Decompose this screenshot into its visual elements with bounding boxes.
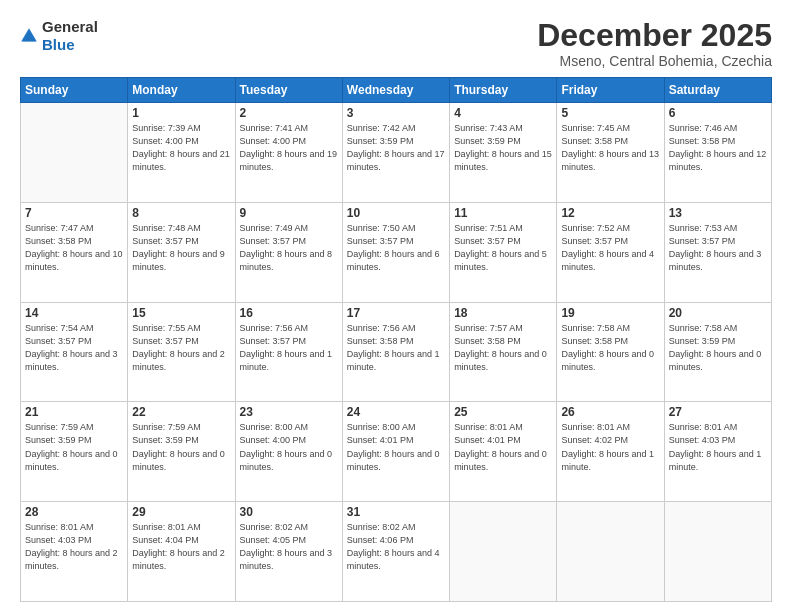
calendar-cell: 30Sunrise: 8:02 AMSunset: 4:05 PMDayligh… — [235, 502, 342, 602]
daylight-text: Daylight: 8 hours and 4 minutes. — [561, 248, 659, 274]
sunrise-text: Sunrise: 7:51 AM — [454, 222, 552, 235]
day-number: 21 — [25, 405, 123, 419]
sunset-text: Sunset: 4:02 PM — [561, 434, 659, 447]
daylight-text: Daylight: 8 hours and 1 minute. — [240, 348, 338, 374]
day-info: Sunrise: 7:56 AMSunset: 3:57 PMDaylight:… — [240, 322, 338, 374]
page: General Blue December 2025 Mseno, Centra… — [0, 0, 792, 612]
daylight-text: Daylight: 8 hours and 0 minutes. — [240, 448, 338, 474]
sunrise-text: Sunrise: 7:56 AM — [347, 322, 445, 335]
day-info: Sunrise: 7:42 AMSunset: 3:59 PMDaylight:… — [347, 122, 445, 174]
calendar-cell: 12Sunrise: 7:52 AMSunset: 3:57 PMDayligh… — [557, 202, 664, 302]
sunrise-text: Sunrise: 7:50 AM — [347, 222, 445, 235]
sunrise-text: Sunrise: 8:02 AM — [347, 521, 445, 534]
calendar-cell: 19Sunrise: 7:58 AMSunset: 3:58 PMDayligh… — [557, 302, 664, 402]
daylight-text: Daylight: 8 hours and 0 minutes. — [347, 448, 445, 474]
day-info: Sunrise: 8:00 AMSunset: 4:01 PMDaylight:… — [347, 421, 445, 473]
calendar-cell: 15Sunrise: 7:55 AMSunset: 3:57 PMDayligh… — [128, 302, 235, 402]
day-info: Sunrise: 7:45 AMSunset: 3:58 PMDaylight:… — [561, 122, 659, 174]
sunrise-text: Sunrise: 7:45 AM — [561, 122, 659, 135]
day-info: Sunrise: 7:52 AMSunset: 3:57 PMDaylight:… — [561, 222, 659, 274]
month-title: December 2025 — [537, 18, 772, 53]
calendar-cell: 20Sunrise: 7:58 AMSunset: 3:59 PMDayligh… — [664, 302, 771, 402]
day-number: 17 — [347, 306, 445, 320]
day-info: Sunrise: 7:46 AMSunset: 3:58 PMDaylight:… — [669, 122, 767, 174]
calendar-cell — [450, 502, 557, 602]
calendar-header: Sunday Monday Tuesday Wednesday Thursday… — [21, 78, 772, 103]
calendar-cell: 13Sunrise: 7:53 AMSunset: 3:57 PMDayligh… — [664, 202, 771, 302]
day-number: 3 — [347, 106, 445, 120]
logo-icon — [20, 27, 38, 45]
day-number: 29 — [132, 505, 230, 519]
day-number: 9 — [240, 206, 338, 220]
day-info: Sunrise: 8:01 AMSunset: 4:02 PMDaylight:… — [561, 421, 659, 473]
sunset-text: Sunset: 3:57 PM — [132, 335, 230, 348]
sunset-text: Sunset: 4:01 PM — [347, 434, 445, 447]
daylight-text: Daylight: 8 hours and 0 minutes. — [454, 448, 552, 474]
day-number: 5 — [561, 106, 659, 120]
day-info: Sunrise: 7:55 AMSunset: 3:57 PMDaylight:… — [132, 322, 230, 374]
sunset-text: Sunset: 3:58 PM — [669, 135, 767, 148]
day-info: Sunrise: 7:58 AMSunset: 3:58 PMDaylight:… — [561, 322, 659, 374]
calendar-week-3: 14Sunrise: 7:54 AMSunset: 3:57 PMDayligh… — [21, 302, 772, 402]
calendar-cell: 31Sunrise: 8:02 AMSunset: 4:06 PMDayligh… — [342, 502, 449, 602]
sunset-text: Sunset: 3:57 PM — [240, 335, 338, 348]
daylight-text: Daylight: 8 hours and 15 minutes. — [454, 148, 552, 174]
calendar-cell: 4Sunrise: 7:43 AMSunset: 3:59 PMDaylight… — [450, 103, 557, 203]
sunset-text: Sunset: 4:00 PM — [240, 434, 338, 447]
daylight-text: Daylight: 8 hours and 2 minutes. — [132, 547, 230, 573]
sunset-text: Sunset: 4:03 PM — [669, 434, 767, 447]
calendar-cell: 9Sunrise: 7:49 AMSunset: 3:57 PMDaylight… — [235, 202, 342, 302]
day-info: Sunrise: 8:01 AMSunset: 4:01 PMDaylight:… — [454, 421, 552, 473]
calendar-cell: 25Sunrise: 8:01 AMSunset: 4:01 PMDayligh… — [450, 402, 557, 502]
calendar-cell: 14Sunrise: 7:54 AMSunset: 3:57 PMDayligh… — [21, 302, 128, 402]
sunset-text: Sunset: 4:01 PM — [454, 434, 552, 447]
day-number: 18 — [454, 306, 552, 320]
calendar-cell: 27Sunrise: 8:01 AMSunset: 4:03 PMDayligh… — [664, 402, 771, 502]
day-number: 26 — [561, 405, 659, 419]
sunset-text: Sunset: 3:57 PM — [561, 235, 659, 248]
day-number: 24 — [347, 405, 445, 419]
sunrise-text: Sunrise: 7:52 AM — [561, 222, 659, 235]
calendar-cell: 29Sunrise: 8:01 AMSunset: 4:04 PMDayligh… — [128, 502, 235, 602]
day-number: 19 — [561, 306, 659, 320]
sunrise-text: Sunrise: 7:42 AM — [347, 122, 445, 135]
weekday-friday: Friday — [557, 78, 664, 103]
daylight-text: Daylight: 8 hours and 0 minutes. — [454, 348, 552, 374]
day-info: Sunrise: 7:47 AMSunset: 3:58 PMDaylight:… — [25, 222, 123, 274]
sunset-text: Sunset: 4:00 PM — [240, 135, 338, 148]
calendar-week-4: 21Sunrise: 7:59 AMSunset: 3:59 PMDayligh… — [21, 402, 772, 502]
sunset-text: Sunset: 3:58 PM — [454, 335, 552, 348]
calendar-cell: 23Sunrise: 8:00 AMSunset: 4:00 PMDayligh… — [235, 402, 342, 502]
sunrise-text: Sunrise: 8:01 AM — [561, 421, 659, 434]
day-info: Sunrise: 7:51 AMSunset: 3:57 PMDaylight:… — [454, 222, 552, 274]
sunrise-text: Sunrise: 7:46 AM — [669, 122, 767, 135]
calendar-cell: 18Sunrise: 7:57 AMSunset: 3:58 PMDayligh… — [450, 302, 557, 402]
day-number: 27 — [669, 405, 767, 419]
calendar-cell: 11Sunrise: 7:51 AMSunset: 3:57 PMDayligh… — [450, 202, 557, 302]
sunrise-text: Sunrise: 7:54 AM — [25, 322, 123, 335]
daylight-text: Daylight: 8 hours and 0 minutes. — [132, 448, 230, 474]
daylight-text: Daylight: 8 hours and 21 minutes. — [132, 148, 230, 174]
calendar-cell: 21Sunrise: 7:59 AMSunset: 3:59 PMDayligh… — [21, 402, 128, 502]
weekday-sunday: Sunday — [21, 78, 128, 103]
calendar-cell: 22Sunrise: 7:59 AMSunset: 3:59 PMDayligh… — [128, 402, 235, 502]
day-number: 13 — [669, 206, 767, 220]
calendar-cell: 26Sunrise: 8:01 AMSunset: 4:02 PMDayligh… — [557, 402, 664, 502]
calendar-cell: 24Sunrise: 8:00 AMSunset: 4:01 PMDayligh… — [342, 402, 449, 502]
daylight-text: Daylight: 8 hours and 6 minutes. — [347, 248, 445, 274]
sunrise-text: Sunrise: 8:01 AM — [25, 521, 123, 534]
location: Mseno, Central Bohemia, Czechia — [537, 53, 772, 69]
sunset-text: Sunset: 4:03 PM — [25, 534, 123, 547]
day-info: Sunrise: 7:54 AMSunset: 3:57 PMDaylight:… — [25, 322, 123, 374]
calendar-cell — [664, 502, 771, 602]
sunrise-text: Sunrise: 7:59 AM — [25, 421, 123, 434]
weekday-monday: Monday — [128, 78, 235, 103]
calendar-week-2: 7Sunrise: 7:47 AMSunset: 3:58 PMDaylight… — [21, 202, 772, 302]
sunset-text: Sunset: 3:57 PM — [240, 235, 338, 248]
calendar-cell: 7Sunrise: 7:47 AMSunset: 3:58 PMDaylight… — [21, 202, 128, 302]
sunset-text: Sunset: 4:06 PM — [347, 534, 445, 547]
calendar-cell: 3Sunrise: 7:42 AMSunset: 3:59 PMDaylight… — [342, 103, 449, 203]
day-info: Sunrise: 8:01 AMSunset: 4:03 PMDaylight:… — [669, 421, 767, 473]
day-number: 16 — [240, 306, 338, 320]
day-info: Sunrise: 8:01 AMSunset: 4:03 PMDaylight:… — [25, 521, 123, 573]
